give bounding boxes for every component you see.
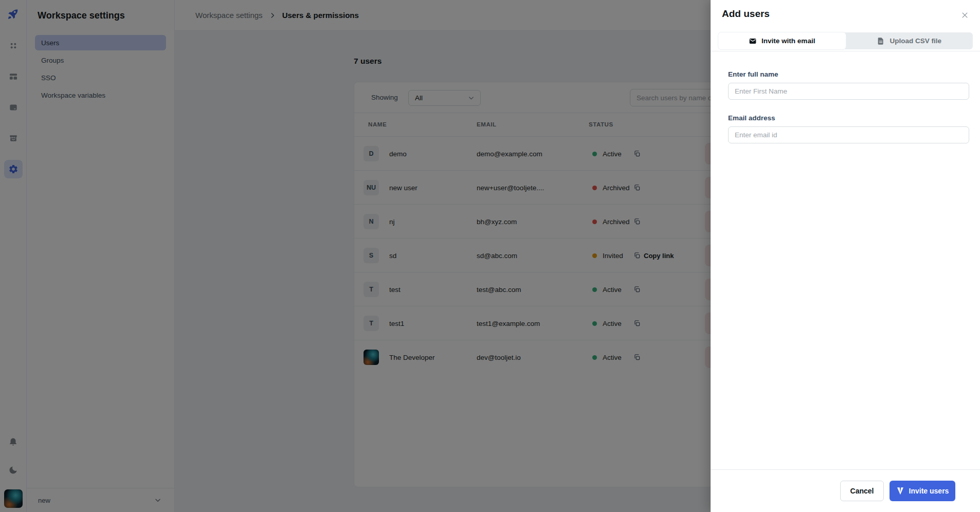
tabs-bar: Invite with email Upload CSV file [718, 32, 973, 49]
email-label: Email address [728, 114, 969, 122]
tab-label: Upload CSV file [890, 37, 941, 45]
send-icon [896, 487, 904, 495]
full-name-field[interactable] [728, 83, 969, 100]
drawer-title: Add users [722, 8, 770, 20]
invite-users-button[interactable]: Invite users [890, 481, 955, 501]
envelope-icon [749, 37, 757, 45]
csv-file-icon [877, 37, 885, 45]
workspace-settings-screen: Workspace settings Users Groups SSO Work… [0, 0, 980, 512]
invite-form: Enter full name Email address [711, 51, 980, 143]
drawer-tabs: Invite with email Upload CSV file [711, 32, 980, 51]
tab-label: Invite with email [761, 37, 815, 45]
cancel-button[interactable]: Cancel [840, 481, 884, 501]
tab-upload-csv-file[interactable]: Upload CSV file [846, 32, 973, 49]
drawer-footer: Cancel Invite users [711, 469, 980, 512]
email-field[interactable] [728, 126, 969, 143]
tab-invite-with-email[interactable]: Invite with email [718, 32, 846, 49]
full-name-label: Enter full name [728, 70, 969, 78]
invite-users-label: Invite users [909, 487, 949, 495]
add-users-drawer: Add users Invite with email [711, 0, 980, 512]
close-icon[interactable] [959, 10, 970, 20]
